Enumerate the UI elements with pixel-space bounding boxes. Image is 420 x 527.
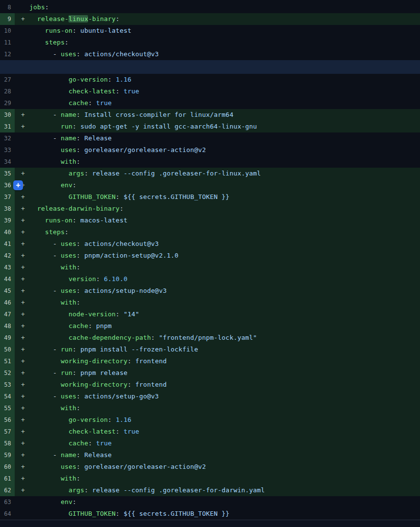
code-token	[29, 498, 61, 505]
code-token: uses	[61, 463, 76, 470]
diff-line-27: 27 go-version: 1.16	[0, 74, 420, 86]
code-token	[29, 193, 68, 200]
code-text: release-linux-binary:	[29, 13, 420, 25]
code-text: GITHUB_TOKEN: ${{ secrets.GITHUB_TOKEN }…	[29, 508, 420, 520]
line-number[interactable]: 58	[0, 438, 15, 449]
add-comment-button[interactable]: +	[13, 180, 23, 190]
line-number[interactable]: 52	[0, 367, 15, 379]
line-number[interactable]: 40	[0, 226, 15, 238]
line-number[interactable]: 56	[0, 414, 15, 426]
diff-line-40: 40+ steps:	[0, 226, 420, 238]
code-token: name	[61, 134, 76, 142]
code-token: go-version	[68, 416, 108, 423]
diff-line-61: 61+ with:	[0, 473, 420, 484]
line-number[interactable]: 9	[0, 13, 15, 25]
line-number[interactable]: 37	[0, 191, 15, 203]
line-number[interactable]: 45	[0, 285, 15, 297]
line-number[interactable]: 29	[0, 97, 15, 109]
line-number[interactable]: 51	[0, 355, 15, 367]
line-number[interactable]: 55	[0, 402, 15, 414]
code-token: with	[61, 475, 76, 482]
line-number[interactable]: 61	[0, 473, 15, 484]
code-token: 1.16	[116, 416, 132, 423]
code-token	[29, 310, 68, 318]
line-number[interactable]: 63	[0, 496, 15, 508]
line-number[interactable]: 30	[0, 109, 15, 121]
line-number[interactable]: 32	[0, 132, 15, 144]
line-number[interactable]: 42	[0, 250, 15, 262]
diff-marker: +	[15, 320, 29, 332]
line-number[interactable]: 36	[0, 179, 15, 191]
line-number[interactable]: 31	[0, 121, 15, 132]
code-text: version: 6.10.0	[29, 273, 420, 285]
line-number[interactable]: 11	[0, 37, 15, 48]
line-number[interactable]: 35	[0, 168, 15, 179]
line-number[interactable]: 53	[0, 379, 15, 391]
code-token: working-directory	[61, 357, 127, 365]
code-text: with:	[29, 262, 420, 273]
code-token: cache	[68, 99, 88, 107]
line-number[interactable]: 46	[0, 297, 15, 308]
line-number[interactable]: 28	[0, 86, 15, 97]
line-number[interactable]: 60	[0, 461, 15, 473]
code-token	[29, 463, 61, 470]
diff-line-49: 49+ cache-dependency-path: "frontend/pnp…	[0, 332, 420, 344]
code-token: cache	[68, 322, 88, 329]
line-number[interactable]: 12	[0, 48, 15, 60]
diff-marker: +	[15, 273, 29, 285]
code-text: - uses: pnpm/action-setup@v2.1.0	[29, 250, 420, 262]
code-token: :	[76, 146, 84, 154]
diff-line-30: 30+ - name: Install cross-compiler for l…	[0, 109, 420, 121]
code-token: :	[120, 205, 124, 212]
line-number[interactable]: 44	[0, 273, 15, 285]
expand-hidden-lines[interactable]	[0, 60, 420, 74]
code-token	[29, 299, 61, 306]
line-number[interactable]: 34	[0, 156, 15, 168]
code-token: :	[76, 451, 84, 459]
diff-line-29: 29 cache: true	[0, 97, 420, 109]
diff-line-39: 39+ runs-on: macos-latest	[0, 215, 420, 226]
code-text: - run: pnpm release	[29, 367, 420, 379]
code-token: :	[116, 310, 124, 318]
line-number[interactable]: 54	[0, 391, 15, 402]
diff-marker: +	[15, 391, 29, 402]
code-token	[29, 76, 68, 83]
diff-line-10: 10 runs-on: ubuntu-latest	[0, 25, 420, 37]
code-token: :	[116, 193, 124, 200]
code-text: check-latest: true	[29, 426, 420, 438]
line-number[interactable]: 8	[0, 1, 15, 13]
diff-line-64: 64 GITHUB_TOKEN: ${{ secrets.GITHUB_TOKE…	[0, 508, 420, 520]
code-token: frontend	[135, 357, 167, 365]
line-number[interactable]: 27	[0, 74, 15, 86]
code-token: :	[84, 170, 92, 177]
line-number[interactable]: 33	[0, 144, 15, 156]
line-number[interactable]: 41	[0, 238, 15, 250]
line-number[interactable]: 48	[0, 320, 15, 332]
diff-marker	[15, 156, 29, 168]
line-number[interactable]: 49	[0, 332, 15, 344]
code-text: - name: Release	[29, 132, 420, 144]
diff-bottom-edge	[0, 520, 420, 527]
line-number[interactable]: 38	[0, 203, 15, 215]
line-number[interactable]: 47	[0, 308, 15, 320]
code-token: with	[61, 158, 76, 165]
diff-marker: +	[15, 414, 29, 426]
diff-marker: +	[15, 215, 29, 226]
line-number[interactable]: 57	[0, 426, 15, 438]
diff-line-62: 62+ args: release --config .goreleaser-f…	[0, 484, 420, 496]
code-token: :	[76, 264, 80, 271]
diff-marker: +	[15, 473, 29, 484]
code-token: :	[116, 15, 120, 22]
line-number[interactable]: 43	[0, 262, 15, 273]
line-number[interactable]: 59	[0, 449, 15, 461]
diff-line-34: 34 with:	[0, 156, 420, 168]
line-number[interactable]: 10	[0, 25, 15, 37]
diff-line-31: 31+ run: sudo apt-get -y install gcc-aar…	[0, 121, 420, 132]
line-number[interactable]: 50	[0, 344, 15, 355]
line-number[interactable]: 39	[0, 215, 15, 226]
code-token: steps	[45, 39, 65, 46]
code-token: :	[72, 27, 80, 34]
line-number[interactable]: 64	[0, 508, 15, 520]
line-number[interactable]: 62	[0, 484, 15, 496]
code-token: actions/checkout@v3	[84, 240, 159, 247]
